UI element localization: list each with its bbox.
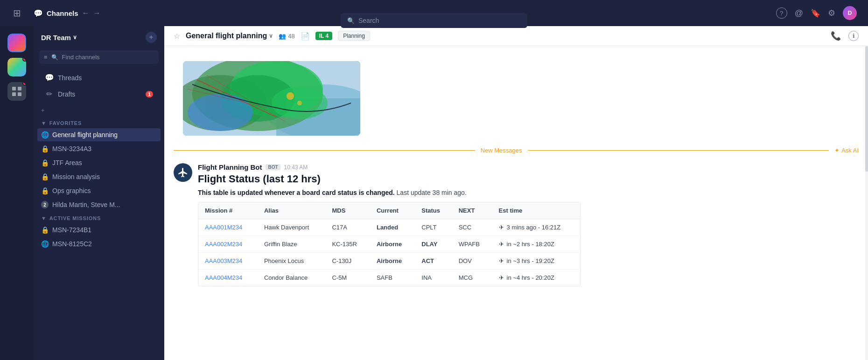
workspace-chevron: ∨	[73, 34, 77, 41]
help-button[interactable]: ?	[776, 7, 787, 19]
sidebar-item-ops-graphics[interactable]: 🔒 Ops graphics	[34, 184, 164, 197]
new-messages-label[interactable]: New Messages	[481, 147, 522, 154]
divider-line-left	[174, 150, 475, 151]
message-time: 10:43 AM	[284, 164, 308, 171]
grid-icon[interactable]: ⊞	[13, 7, 21, 19]
sidebar-item-mission-analysis[interactable]: 🔒 Mission analysis	[34, 170, 164, 183]
est-1: ✈ 3 mins ago - 16:21Z	[492, 219, 580, 236]
current-1: Landed	[370, 219, 415, 236]
sidebar-item-msn-7234b1[interactable]: 🔒 MSN-7234B1	[34, 223, 164, 236]
mds-4: C-5M	[325, 270, 370, 286]
back-arrow[interactable]: ←	[82, 9, 90, 17]
status-3: ACT	[415, 253, 452, 270]
doc-icon[interactable]: 📄	[301, 32, 310, 41]
favorites-section-header[interactable]: ▼ FAVORITES	[34, 117, 164, 128]
sidebar-item-drafts[interactable]: ✏ Drafts 1	[37, 86, 161, 102]
lock-icon-4: 🔒	[41, 187, 49, 194]
col-mission: Mission #	[198, 202, 258, 219]
search-icon-sidebar: 🔍	[51, 54, 58, 61]
est-2: ✈ in ~2 hrs - 18:20Z	[492, 236, 580, 253]
bookmark-icon[interactable]: 🔖	[811, 8, 820, 18]
ask-ai-button[interactable]: ✦ Ask AI	[834, 147, 859, 154]
current-4: SAFB	[370, 270, 415, 286]
table-row: AAA003M234 Phoenix Locus C-130J Airborne…	[198, 253, 580, 270]
workspace-icon-2[interactable]	[7, 58, 26, 76]
col-current: Current	[370, 202, 415, 219]
channel-name[interactable]: General flight planning ∨	[186, 32, 273, 40]
mission-link-1[interactable]: AAA001M234	[205, 224, 242, 231]
scroll-thumb[interactable]	[865, 46, 868, 172]
bot-avatar	[174, 163, 192, 182]
lock-icon-3: 🔒	[41, 173, 49, 180]
workspace-icon-1[interactable]	[7, 34, 26, 52]
add-workspace-button[interactable]: +	[146, 32, 157, 43]
globe-icon-2: 🌐	[41, 240, 49, 248]
table-row: AAA002M234 Griffin Blaze KC-135R Airborn…	[198, 236, 580, 253]
status-4: INA	[415, 270, 452, 286]
table-row: AAA001M234 Hawk Davenport C17A Landed CP…	[198, 219, 580, 236]
globe-icon: 🌐	[41, 131, 49, 138]
col-next: NEXT	[452, 202, 492, 219]
at-icon[interactable]: @	[795, 8, 803, 18]
section-chevron-2: ▼	[41, 215, 47, 221]
members-count[interactable]: 👥 48	[279, 33, 294, 40]
find-channels-search[interactable]: ≡ 🔍 Find channels	[39, 50, 159, 64]
add-section-button[interactable]: +	[34, 104, 164, 117]
current-2: Airborne	[370, 236, 415, 253]
chat-bubble-icon: 💬	[34, 9, 43, 18]
search-placeholder: Search	[358, 17, 379, 24]
plane-icon-1: ✈	[499, 224, 504, 231]
status-1: CPLT	[415, 219, 452, 236]
svg-rect-1	[18, 87, 21, 90]
notification-badge-2	[22, 58, 26, 62]
mds-1: C17A	[325, 219, 370, 236]
filter-icon: ≡	[44, 54, 48, 61]
settings-icon[interactable]: ⚙	[828, 8, 835, 18]
svg-rect-3	[18, 92, 21, 96]
phone-icon[interactable]: 📞	[831, 31, 841, 41]
sidebar-item-jtf-areas[interactable]: 🔒 JTF Areas	[34, 156, 164, 169]
svg-point-11	[188, 94, 253, 131]
sidebar-item-msn-8125c2[interactable]: 🌐 MSN-8125C2	[34, 237, 164, 250]
bot-badge: BOT	[266, 164, 280, 170]
plus-icon: +	[41, 107, 45, 114]
lock-icon-2: 🔒	[41, 159, 49, 166]
threads-icon: 💬	[45, 73, 53, 82]
plane-icon-2: ✈	[499, 241, 504, 248]
messages-area[interactable]: New Messages ✦ Ask AI	[164, 46, 868, 360]
workspace-icon-3[interactable]	[7, 82, 26, 101]
plane-icon-3: ✈	[499, 257, 504, 264]
est-4: ✈ in ~4 hrs - 20:20Z	[492, 270, 580, 286]
mission-link-4[interactable]: AAA004M234	[205, 274, 242, 281]
sidebar-item-msn-3234a3[interactable]: 🔒 MSN-3234A3	[34, 142, 164, 155]
dm-badge: 2	[41, 201, 49, 208]
alias-1: Hawk Davenport	[258, 219, 326, 236]
new-messages-divider: New Messages ✦ Ask AI	[164, 143, 868, 158]
current-3: Airborne	[370, 253, 415, 270]
workspace-name[interactable]: DR Team ∨	[41, 34, 77, 42]
col-mds: MDS	[325, 202, 370, 219]
alias-2: Griffin Blaze	[258, 236, 326, 253]
star-button[interactable]: ☆	[174, 32, 180, 41]
sidebar-item-general-flight-planning[interactable]: 🌐 General flight planning	[37, 128, 161, 141]
user-avatar[interactable]: D	[843, 6, 857, 20]
sidebar-item-threads[interactable]: 💬 Threads	[37, 70, 161, 85]
scroll-track[interactable]	[865, 46, 868, 360]
bot-message: Flight Planning Bot BOT 10:43 AM Flight …	[164, 158, 868, 292]
svg-point-14	[297, 101, 302, 105]
info-icon[interactable]: ℹ	[848, 31, 859, 41]
next-2: WPAFB	[452, 236, 492, 253]
notification-badge-3	[22, 82, 26, 86]
main-search[interactable]: 🔍 Search	[341, 13, 527, 28]
sidebar-item-hilda-steve[interactable]: 2 Hilda Martin, Steve M...	[34, 198, 164, 211]
members-icon: 👥	[279, 33, 286, 40]
active-missions-section-header[interactable]: ▼ ACTIVE MISSIONS	[34, 212, 164, 223]
mission-link-3[interactable]: AAA003M234	[205, 257, 242, 264]
channel-header: ☆ General flight planning ∨ 👥 48 📄 IL 4 …	[164, 26, 868, 46]
mds-2: KC-135R	[325, 236, 370, 253]
mission-link-2[interactable]: AAA002M234	[205, 241, 242, 248]
search-icon: 🔍	[347, 17, 355, 24]
forward-arrow[interactable]: →	[93, 9, 101, 17]
flight-status-table: Mission # Alias MDS Current Status NEXT …	[198, 202, 581, 286]
grid-workspace-icon	[10, 85, 23, 98]
